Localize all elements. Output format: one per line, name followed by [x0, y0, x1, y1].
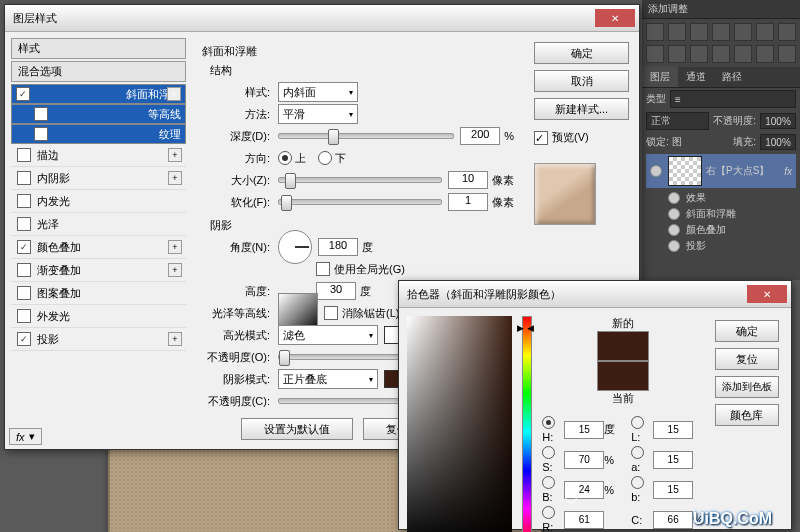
- adj-icon[interactable]: [690, 23, 708, 41]
- fx-menu-button[interactable]: fx▾: [9, 428, 42, 445]
- style-checkbox[interactable]: [34, 127, 48, 141]
- l-radio[interactable]: [631, 416, 644, 429]
- style-checkbox[interactable]: [17, 194, 31, 208]
- visibility-icon[interactable]: [668, 208, 680, 220]
- close-button[interactable]: ✕: [747, 285, 787, 303]
- adj-icon[interactable]: [778, 23, 796, 41]
- cp-cancel-button[interactable]: 复位: [715, 348, 779, 370]
- style-checkbox[interactable]: [17, 171, 31, 185]
- tab-channels[interactable]: 通道: [678, 67, 714, 87]
- adj-icon[interactable]: [756, 23, 774, 41]
- r-radio[interactable]: [542, 506, 555, 519]
- visibility-icon[interactable]: [668, 240, 680, 252]
- tab-layers[interactable]: 图层: [642, 67, 678, 87]
- blend-mode-select[interactable]: 正常: [646, 112, 709, 130]
- style-checkbox[interactable]: ✓: [17, 332, 31, 346]
- lb-input[interactable]: [653, 481, 693, 499]
- depth-input[interactable]: 200: [460, 127, 500, 145]
- visibility-icon[interactable]: [650, 165, 662, 177]
- soften-slider[interactable]: [278, 199, 442, 205]
- cancel-button[interactable]: 取消: [534, 70, 629, 92]
- opacity-value[interactable]: 100%: [760, 113, 796, 129]
- style-item[interactable]: ✓斜面和浮雕+: [11, 84, 186, 104]
- adj-icon[interactable]: [646, 45, 664, 63]
- direction-down-radio[interactable]: [318, 151, 332, 165]
- style-item[interactable]: 光泽: [11, 213, 186, 236]
- style-select[interactable]: 内斜面▾: [278, 82, 358, 102]
- b-radio[interactable]: [542, 476, 555, 489]
- style-checkbox[interactable]: [17, 286, 31, 300]
- adj-icon[interactable]: [756, 45, 774, 63]
- style-checkbox[interactable]: [17, 217, 31, 231]
- h-input[interactable]: [564, 421, 604, 439]
- adj-icon[interactable]: [712, 23, 730, 41]
- layer-row[interactable]: 右【P大点S】 fx: [646, 154, 796, 188]
- adj-icon[interactable]: [646, 23, 664, 41]
- r-input[interactable]: [564, 511, 604, 529]
- global-light-checkbox[interactable]: [316, 262, 330, 276]
- depth-slider[interactable]: [278, 133, 454, 139]
- fill-value[interactable]: 100%: [760, 134, 796, 150]
- adj-icon[interactable]: [690, 45, 708, 63]
- tab-paths[interactable]: 路径: [714, 67, 750, 87]
- add-instance-icon[interactable]: +: [168, 148, 182, 162]
- style-checkbox[interactable]: ✓: [16, 87, 30, 101]
- layer-thumbnail[interactable]: [668, 156, 702, 186]
- a-radio[interactable]: [631, 446, 644, 459]
- style-item[interactable]: ✓颜色叠加+: [11, 236, 186, 259]
- close-button[interactable]: ✕: [595, 9, 635, 27]
- style-checkbox[interactable]: [17, 309, 31, 323]
- adj-icon[interactable]: [668, 23, 686, 41]
- style-item[interactable]: 图案叠加: [11, 282, 186, 305]
- lb-radio[interactable]: [631, 476, 644, 489]
- highlight-mode-select[interactable]: 滤色▾: [278, 325, 378, 345]
- color-field[interactable]: [407, 316, 512, 532]
- current-color-swatch[interactable]: [597, 361, 649, 391]
- a-input[interactable]: [653, 451, 693, 469]
- visibility-icon[interactable]: [668, 224, 680, 236]
- add-instance-icon[interactable]: +: [167, 87, 181, 101]
- style-checkbox[interactable]: ✓: [17, 240, 31, 254]
- l-input[interactable]: [653, 421, 693, 439]
- size-input[interactable]: 10: [448, 171, 488, 189]
- size-slider[interactable]: [278, 177, 442, 183]
- altitude-input[interactable]: 30: [316, 282, 356, 300]
- style-checkbox[interactable]: [17, 148, 31, 162]
- angle-dial[interactable]: [278, 230, 312, 264]
- angle-input[interactable]: 180: [318, 238, 358, 256]
- hue-slider[interactable]: ▶ ◀: [522, 316, 532, 532]
- adj-icon[interactable]: [734, 45, 752, 63]
- h-radio[interactable]: [542, 416, 555, 429]
- shadow-mode-select[interactable]: 正片叠底▾: [278, 369, 378, 389]
- cp-library-button[interactable]: 颜色库: [715, 404, 779, 426]
- c-input[interactable]: [653, 511, 693, 529]
- soften-input[interactable]: 1: [448, 193, 488, 211]
- style-item[interactable]: 外发光: [11, 305, 186, 328]
- color-cursor[interactable]: [565, 491, 577, 503]
- style-checkbox[interactable]: [17, 263, 31, 277]
- adj-icon[interactable]: [712, 45, 730, 63]
- antialias-checkbox[interactable]: [324, 306, 338, 320]
- cp-add-swatch-button[interactable]: 添加到色板: [715, 376, 779, 398]
- style-item[interactable]: 内发光: [11, 190, 186, 213]
- new-style-button[interactable]: 新建样式...: [534, 98, 629, 120]
- style-item[interactable]: 描边+: [11, 144, 186, 167]
- preview-checkbox[interactable]: ✓: [534, 131, 548, 145]
- add-instance-icon[interactable]: +: [168, 332, 182, 346]
- s-radio[interactable]: [542, 446, 555, 459]
- kind-filter[interactable]: ≡: [670, 90, 796, 108]
- ok-button[interactable]: 确定: [534, 42, 629, 64]
- fx-badge[interactable]: fx: [784, 166, 792, 177]
- style-item[interactable]: ✓投影+: [11, 328, 186, 351]
- cp-ok-button[interactable]: 确定: [715, 320, 779, 342]
- add-instance-icon[interactable]: +: [168, 263, 182, 277]
- direction-up-radio[interactable]: [278, 151, 292, 165]
- style-item[interactable]: 纹理: [11, 124, 186, 144]
- styles-header[interactable]: 样式: [11, 38, 186, 59]
- style-item[interactable]: 渐变叠加+: [11, 259, 186, 282]
- blend-options-header[interactable]: 混合选项: [11, 61, 186, 82]
- adj-icon[interactable]: [668, 45, 686, 63]
- style-item[interactable]: 等高线: [11, 104, 186, 124]
- adj-icon[interactable]: [734, 23, 752, 41]
- style-item[interactable]: 内阴影+: [11, 167, 186, 190]
